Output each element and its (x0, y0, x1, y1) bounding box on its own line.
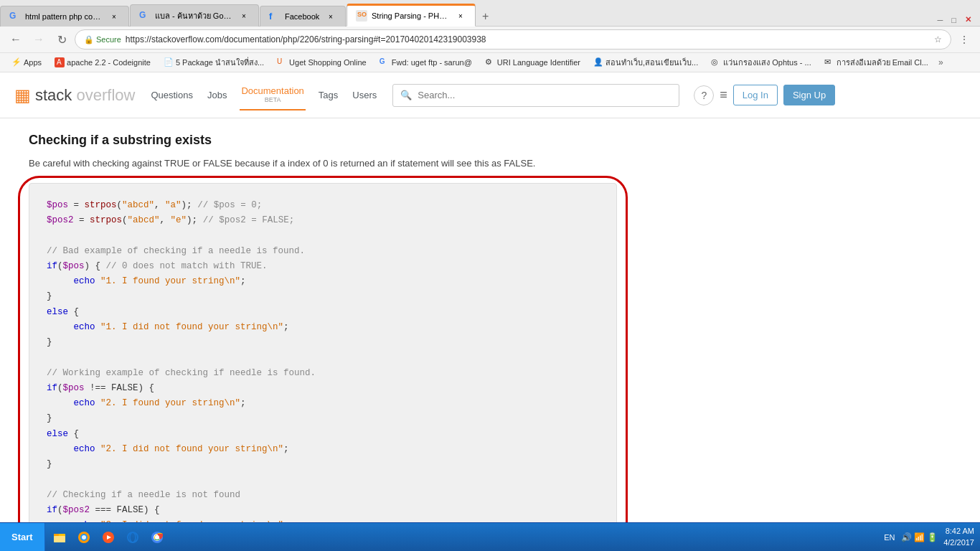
hamburger-menu-icon[interactable]: ≡ (720, 88, 727, 103)
package-favicon: 📄 (164, 57, 174, 67)
email-label: การส่งอีเมลด้วย Email Cl... (837, 56, 928, 69)
code-line-16: else { (47, 427, 599, 442)
nav-tags[interactable]: Tags (317, 84, 339, 106)
tab-google-search[interactable]: G แบล - ค้นหาด้วย Google × (130, 4, 259, 27)
login-button[interactable]: Log In (733, 85, 778, 105)
bookmark-learn-web[interactable]: 👤 สอนทำเว็บ,สอนเขียนเว็บ... (588, 55, 704, 70)
extensions-icon[interactable]: ⋮ (954, 29, 974, 50)
code-line-3 (47, 228, 599, 243)
tab-favicon-google1: G (9, 11, 21, 22)
apache-label: apache 2.2 - Codeignite (67, 58, 151, 67)
signup-button[interactable]: Sign Up (783, 85, 835, 105)
tab-close-2[interactable]: × (238, 10, 250, 22)
nav-users[interactable]: Users (351, 84, 378, 106)
code-line-12: // Working example of checking if needle… (47, 366, 599, 381)
url-text: https://stackoverflow.com/documentation/… (126, 34, 930, 44)
nav-jobs[interactable]: Jobs (206, 84, 228, 106)
forward-button[interactable]: → (29, 29, 49, 50)
help-button[interactable]: ? (694, 85, 714, 105)
bookmark-star-icon[interactable]: ☆ (934, 34, 942, 44)
code-line-8: else { (47, 305, 599, 320)
so-logo[interactable]: ▦ stack overflow (14, 85, 135, 105)
code-line-7: } (47, 289, 599, 304)
tab-favicon-facebook: f (269, 11, 281, 22)
address-bar: ← → ↻ 🔒 Secure https://stackoverflow.com… (0, 27, 980, 53)
secure-label: Secure (96, 35, 121, 44)
reload-button[interactable]: ↻ (52, 29, 72, 50)
tab-facebook[interactable]: f Facebook × (260, 6, 346, 27)
bookmark-email[interactable]: ✉ การส่งอีเมลด้วย Email Cl... (819, 55, 934, 70)
section-title: Checking if a substring exists (29, 133, 617, 148)
page-content: Checking if a substring exists Be carefu… (0, 118, 646, 522)
tab-title-2: แบล - ค้นหาด้วย Google (155, 9, 234, 22)
bookmark-apache[interactable]: A apache 2.2 - Codeignite (49, 56, 156, 69)
code-line-15: } (47, 411, 599, 426)
lock-icon: 🔒 (84, 35, 94, 44)
so-navigation: Questions Jobs Documentation BETA Tags U… (149, 80, 378, 110)
restore-button[interactable]: □ (948, 14, 959, 26)
code-line-10: } (47, 335, 599, 350)
so-header-right: ? ≡ Log In Sign Up (694, 85, 835, 105)
uget-favicon: U (277, 57, 287, 67)
code-line-19 (47, 472, 599, 487)
minimize-button[interactable]: ─ (935, 14, 946, 26)
ophtus-label: แว่นกรองแสง Ophtus - ... (723, 56, 811, 69)
code-line-11 (47, 350, 599, 365)
search-input[interactable] (418, 90, 672, 100)
secure-indicator: 🔒 Secure (84, 35, 121, 44)
tab-title-4: String Parsing - PHP - Stac... (372, 11, 451, 20)
code-line-21: if($pos2 === FALSE) { (47, 503, 599, 518)
apps-favicon: ⚡ (11, 57, 22, 67)
code-line-5: if($pos) { // 0 does not match with TRUE… (47, 259, 599, 274)
tab-close-3[interactable]: × (325, 11, 336, 22)
tab-close-4[interactable]: × (455, 10, 466, 22)
tab-html-pattern[interactable]: G html pattern php code on ... × (0, 6, 129, 27)
nav-questions[interactable]: Questions (149, 84, 194, 106)
tab-favicon-so: SO (356, 10, 367, 22)
bookmark-fwd[interactable]: G Fwd: uget ftp - sarun@ (374, 56, 478, 69)
so-search-bar[interactable]: 🔍 (392, 84, 679, 107)
fwd-favicon: G (380, 57, 390, 67)
tab-bar-controls: ─ □ ✕ (935, 14, 980, 26)
browser-content[interactable]: ▦ stack overflow Questions Jobs Document… (0, 72, 980, 522)
apache-favicon: A (55, 57, 65, 67)
tab-title-3: Facebook (285, 12, 321, 21)
bookmark-uri[interactable]: ⚙ URI Language Identifier (479, 56, 586, 69)
code-line-9: echo "1. I did not found your string\n"; (47, 320, 599, 335)
search-icon: 🔍 (400, 90, 412, 100)
code-line-20: // Checking if a needle is not found (47, 488, 599, 503)
code-line-2: $pos2 = strpos("abcd", "e"); // $pos2 = … (47, 213, 599, 228)
back-button[interactable]: ← (6, 29, 26, 50)
new-tab-button[interactable]: + (476, 7, 494, 26)
tab-title-1: html pattern php code on ... (25, 12, 104, 21)
learn-favicon: 👤 (593, 57, 603, 67)
code-block-wrapper: $pos = strpos("abcd", "a"); // $pos = 0;… (29, 183, 617, 522)
uri-label: URI Language Identifier (497, 58, 580, 67)
code-line-1: $pos = strpos("abcd", "a"); // $pos = 0; (47, 198, 599, 213)
package-label: 5 Package นำสนใจที่สง... (176, 56, 264, 69)
code-line-18: } (47, 457, 599, 472)
nav-documentation[interactable]: Documentation BETA (240, 80, 305, 110)
documentation-beta-label: BETA (241, 96, 303, 103)
close-button[interactable]: ✕ (962, 14, 974, 26)
tab-close-1[interactable]: × (108, 11, 120, 22)
bookmarks-bar: ⚡ Apps A apache 2.2 - Codeignite 📄 5 Pac… (0, 53, 980, 72)
code-line-13: if($pos !== FALSE) { (47, 381, 599, 396)
tab-favicon-google2: G (139, 10, 151, 22)
bookmarks-more-button[interactable]: » (936, 56, 946, 69)
bookmark-5package[interactable]: 📄 5 Package นำสนใจที่สง... (158, 55, 270, 70)
code-block: $pos = strpos("abcd", "a"); // $pos = 0;… (29, 183, 617, 522)
apps-label: Apps (24, 58, 42, 67)
url-bar[interactable]: 🔒 Secure https://stackoverflow.com/docum… (75, 29, 951, 50)
bookmark-ophtus[interactable]: ◎ แว่นกรองแสง Ophtus - ... (705, 55, 816, 70)
bookmark-uget[interactable]: U Uget Shopping Online (271, 56, 372, 69)
so-logo-text: stack overflow (35, 86, 135, 105)
code-line-14: echo "2. I found your string\n"; (47, 396, 599, 411)
fwd-label: Fwd: uget ftp - sarun@ (392, 58, 472, 67)
code-line-6: echo "1. I found your string\n"; (47, 274, 599, 289)
tab-stackoverflow[interactable]: SO String Parsing - PHP - Stac... × (347, 4, 476, 27)
email-favicon: ✉ (824, 57, 834, 67)
learn-label: สอนทำเว็บ,สอนเขียนเว็บ... (606, 56, 698, 69)
browser-action-buttons: ⋮ (954, 29, 974, 50)
bookmark-apps[interactable]: ⚡ Apps (6, 56, 47, 69)
